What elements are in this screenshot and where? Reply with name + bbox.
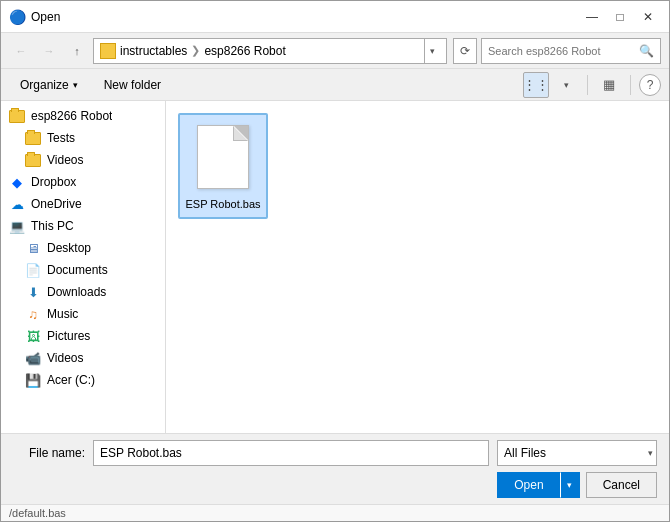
breadcrumb-dropdown-button[interactable]: ▾: [424, 38, 440, 64]
desktop-icon: 🖥: [25, 240, 41, 256]
title-bar: 🔵 Open — □ ✕: [1, 1, 669, 33]
preview-pane-button[interactable]: ▦: [596, 72, 622, 98]
minimize-button[interactable]: —: [579, 4, 605, 30]
buttons-row: Open ▾ Cancel: [13, 472, 657, 498]
organize-button[interactable]: Organize ▾: [9, 72, 89, 98]
sidebar-item-pictures[interactable]: 🖼 Pictures: [1, 325, 165, 347]
search-box: 🔍: [481, 38, 661, 64]
file-area[interactable]: ESP Robot.bas: [166, 101, 669, 433]
breadcrumb-current: esp8266 Robot: [204, 44, 285, 58]
filename-input[interactable]: [93, 440, 489, 466]
documents-icon: 📄: [25, 262, 41, 278]
title-bar-controls: — □ ✕: [579, 4, 661, 30]
sidebar-item-dropbox[interactable]: ◆ Dropbox: [1, 171, 165, 193]
sidebar-label: Acer (C:): [47, 373, 95, 387]
onedrive-icon: ☁: [9, 196, 25, 212]
sidebar-item-esp8266-robot[interactable]: esp8266 Robot: [1, 105, 165, 127]
organize-dropdown-icon: ▾: [73, 80, 78, 90]
breadcrumb-root: instructables: [120, 44, 187, 58]
filename-label: File name:: [13, 446, 85, 460]
sidebar-label: Videos: [47, 153, 83, 167]
maximize-button[interactable]: □: [607, 4, 633, 30]
folder-icon: [25, 132, 41, 145]
music-icon: ♫: [25, 306, 41, 322]
refresh-button[interactable]: ⟳: [453, 38, 477, 64]
drive-icon: 💾: [25, 372, 41, 388]
folder-icon: [25, 154, 41, 167]
filename-row: File name: All Files BASIC Files (*.bas)…: [13, 440, 657, 466]
filetype-select[interactable]: All Files BASIC Files (*.bas) Text Files…: [497, 440, 657, 466]
breadcrumb-separator: ❯: [191, 44, 200, 57]
pictures-icon: 🖼: [25, 328, 41, 344]
new-folder-label: New folder: [104, 78, 161, 92]
sidebar-item-videos[interactable]: 📹 Videos: [1, 347, 165, 369]
sidebar-label: Documents: [47, 263, 108, 277]
main-content: esp8266 Robot Tests Videos ◆ Dropbox ☁ O…: [1, 101, 669, 433]
toolbar-separator: [587, 75, 588, 95]
file-page-fold: [234, 126, 248, 140]
sidebar-label: esp8266 Robot: [31, 109, 112, 123]
address-bar: ← → ↑ instructables ❯ esp8266 Robot ▾ ⟳ …: [1, 33, 669, 69]
sidebar-label: This PC: [31, 219, 74, 233]
search-input[interactable]: [488, 45, 635, 57]
sidebar-item-downloads[interactable]: ⬇ Downloads: [1, 281, 165, 303]
sidebar-label: Dropbox: [31, 175, 76, 189]
sidebar-item-acer-c[interactable]: 💾 Acer (C:): [1, 369, 165, 391]
filetype-select-wrapper: All Files BASIC Files (*.bas) Text Files…: [497, 440, 657, 466]
downloads-icon: ⬇: [25, 284, 41, 300]
sidebar-item-music[interactable]: ♫ Music: [1, 303, 165, 325]
sidebar: esp8266 Robot Tests Videos ◆ Dropbox ☁ O…: [1, 101, 166, 433]
toolbar: Organize ▾ New folder ⋮⋮ ▾ ▦ ?: [1, 69, 669, 101]
status-hint-text: /default.bas: [9, 507, 66, 519]
sidebar-label: Tests: [47, 131, 75, 145]
new-folder-button[interactable]: New folder: [93, 72, 172, 98]
search-icon: 🔍: [639, 44, 654, 58]
dropbox-icon: ◆: [9, 174, 25, 190]
sidebar-label: Videos: [47, 351, 83, 365]
open-dropdown-button[interactable]: ▾: [560, 472, 580, 498]
file-item-esp-robot-bas[interactable]: ESP Robot.bas: [178, 113, 268, 219]
chrome-icon: 🔵: [9, 9, 25, 25]
sidebar-label: Music: [47, 307, 78, 321]
close-button[interactable]: ✕: [635, 4, 661, 30]
view-icon-medium[interactable]: ⋮⋮: [523, 72, 549, 98]
file-page: [197, 125, 249, 189]
sidebar-label: Downloads: [47, 285, 106, 299]
sidebar-item-documents[interactable]: 📄 Documents: [1, 259, 165, 281]
breadcrumb-folder-icon: [100, 43, 116, 59]
file-name: ESP Robot.bas: [185, 197, 260, 211]
toolbar-right: ⋮⋮ ▾ ▦ ?: [523, 72, 661, 98]
sidebar-label: Desktop: [47, 241, 91, 255]
sidebar-item-onedrive[interactable]: ☁ OneDrive: [1, 193, 165, 215]
sidebar-label: OneDrive: [31, 197, 82, 211]
sidebar-item-tests[interactable]: Tests: [1, 127, 165, 149]
videos-icon: 📹: [25, 350, 41, 366]
forward-button[interactable]: →: [37, 39, 61, 63]
organize-label: Organize: [20, 78, 69, 92]
breadcrumb-bar[interactable]: instructables ❯ esp8266 Robot ▾: [93, 38, 447, 64]
sidebar-label: Pictures: [47, 329, 90, 343]
open-button-group: Open ▾: [497, 472, 579, 498]
dialog-title: Open: [31, 10, 579, 24]
file-icon: [193, 121, 253, 193]
open-dialog: 🔵 Open — □ ✕ ← → ↑ instructables ❯ esp82…: [0, 0, 670, 522]
bottom-bar: File name: All Files BASIC Files (*.bas)…: [1, 433, 669, 504]
open-button[interactable]: Open: [497, 472, 559, 498]
toolbar-separator-2: [630, 75, 631, 95]
status-bar: /default.bas: [1, 504, 669, 521]
folder-icon: [9, 110, 25, 123]
sidebar-item-this-pc[interactable]: 💻 This PC: [1, 215, 165, 237]
cancel-button[interactable]: Cancel: [586, 472, 657, 498]
help-button[interactable]: ?: [639, 74, 661, 96]
back-button[interactable]: ←: [9, 39, 33, 63]
sidebar-item-desktop[interactable]: 🖥 Desktop: [1, 237, 165, 259]
view-dropdown-button[interactable]: ▾: [553, 72, 579, 98]
sidebar-item-videos-nav[interactable]: Videos: [1, 149, 165, 171]
pc-icon: 💻: [9, 218, 25, 234]
up-button[interactable]: ↑: [65, 39, 89, 63]
